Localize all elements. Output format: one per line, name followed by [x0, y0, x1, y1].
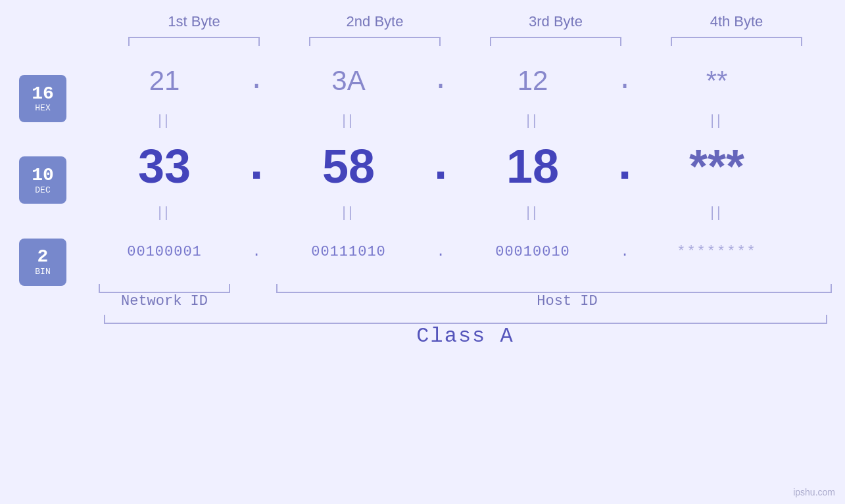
dec-b4: *** — [638, 139, 796, 193]
byte-headers: 1st Byte 2nd Byte 3rd Byte 4th Byte — [104, 13, 827, 30]
eq1-b2: || — [270, 112, 427, 129]
dec-dot3: . — [612, 139, 638, 193]
dec-badge-number: 10 — [32, 166, 54, 186]
dec-dot2: . — [427, 139, 454, 193]
bin-dot3: . — [612, 244, 638, 260]
hex-row: 21 . 3A . 12 . ** — [85, 51, 838, 110]
bracket-4 — [671, 37, 802, 46]
equals-row-1: || || || || — [85, 110, 838, 130]
host-id-label: Host ID — [537, 293, 597, 309]
hex-b2: 3A — [270, 65, 427, 97]
byte4-header: 4th Byte — [658, 13, 815, 30]
network-id-label: Network ID — [85, 293, 243, 309]
bin-dot2: . — [427, 244, 454, 260]
hex-b3: 12 — [454, 65, 612, 97]
hex-badge-label: HEX — [35, 104, 50, 113]
hex-badge-number: 16 — [32, 84, 54, 104]
dec-b3: 18 — [454, 139, 612, 193]
bin-b3-value: 00010010 — [495, 244, 570, 260]
bracket-2 — [309, 37, 441, 46]
bracket-1 — [128, 37, 260, 46]
byte3-header: 3rd Byte — [477, 13, 635, 30]
byte2-header: 2nd Byte — [296, 13, 454, 30]
bin-b4: ******** — [638, 244, 796, 260]
dec-b4-value: *** — [689, 139, 744, 193]
bin-row: 00100001 . 00111010 . 00010010 . — [85, 222, 838, 281]
hex-b1: 21 — [85, 65, 243, 97]
top-brackets — [104, 37, 827, 46]
dec-row: 33 . 58 . 18 . *** — [85, 130, 838, 202]
eq2-b1: || — [85, 204, 243, 221]
main-container: 1st Byte 2nd Byte 3rd Byte 4th Byte 16 H… — [0, 0, 845, 504]
bin-b1-value: 00100001 — [127, 244, 202, 260]
bin-badge: 2 BIN — [19, 239, 66, 286]
badges-column: 16 HEX 10 DEC 2 BIN — [0, 51, 85, 309]
byte1-header: 1st Byte — [115, 13, 273, 30]
dec-b1-value: 33 — [138, 139, 191, 193]
bracket-3 — [490, 37, 621, 46]
eq1-b4: || — [638, 112, 796, 129]
bin-badge-label: BIN — [35, 267, 50, 277]
hex-b4-value: ** — [706, 65, 728, 97]
bin-b1: 00100001 — [85, 244, 243, 260]
class-label: Class A — [416, 324, 514, 348]
dec-badge: 10 DEC — [19, 156, 66, 204]
eq1-b1: || — [85, 112, 243, 129]
hex-dot1: . — [243, 65, 270, 97]
equals-row-2: || || || || — [85, 202, 838, 222]
hex-b3-value: 12 — [518, 65, 548, 97]
bin-b4-value: ******** — [677, 244, 757, 260]
network-bottom-bracket — [99, 284, 230, 293]
hex-b4: ** — [638, 65, 796, 97]
bin-dot1: . — [243, 244, 270, 260]
hex-dot2: . — [427, 65, 454, 97]
hex-badge: 16 HEX — [19, 75, 66, 122]
eq1-b3: || — [454, 112, 612, 129]
dec-b3-value: 18 — [506, 139, 559, 193]
hex-b2-value: 3A — [331, 65, 365, 97]
bin-b2-value: 00111010 — [311, 244, 386, 260]
class-bracket — [104, 315, 827, 324]
dec-dot1: . — [243, 139, 270, 193]
hex-dot3: . — [612, 65, 638, 97]
bin-badge-number: 2 — [37, 247, 49, 267]
dec-badge-label: DEC — [35, 186, 50, 195]
eq2-b3: || — [454, 204, 612, 221]
eq2-b4: || — [638, 204, 796, 221]
host-bottom-bracket — [276, 284, 832, 293]
data-grid: 21 . 3A . 12 . ** — [85, 51, 845, 309]
eq2-b2: || — [270, 204, 427, 221]
dec-b2: 58 — [270, 139, 427, 193]
hex-b1-value: 21 — [149, 65, 180, 97]
bin-b2: 00111010 — [270, 244, 427, 260]
watermark: ipshu.com — [793, 487, 835, 497]
bin-b3: 00010010 — [454, 244, 612, 260]
dec-b1: 33 — [85, 139, 243, 193]
dec-b2-value: 58 — [322, 139, 375, 193]
